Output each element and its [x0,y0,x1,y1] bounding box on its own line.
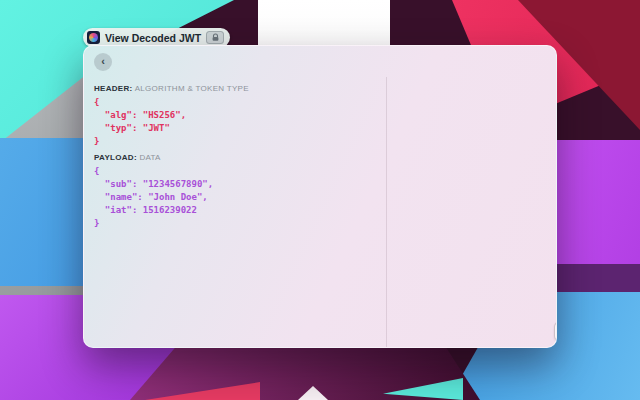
header-json-code: { "alg": "HS256", "typ": "JWT" } [94,96,376,148]
background-shape-blue-left [0,138,95,286]
payload-sublabel: DATA [139,153,160,162]
app-icon [87,31,100,44]
window-body: HEADER: ALGORITHM & TOKEN TYPE { "alg": … [84,77,556,348]
panel-divider [386,77,387,348]
pill-lock-badge[interactable] [206,31,224,44]
header-label: HEADER: [94,84,133,93]
copy-button-label: Copy PAYLOAD JSON [555,322,557,341]
decoded-jwt-window: ‹ HEADER: ALGORITHM & TOKEN TYPE { "alg"… [83,45,557,348]
back-button[interactable]: ‹ [94,53,112,71]
window-header: ‹ [84,46,556,77]
chevron-left-icon: ‹ [101,56,105,67]
payload-label: PAYLOAD: [94,153,137,162]
header-section-label: HEADER: ALGORITHM & TOKEN TYPE [94,84,376,93]
lock-icon [211,33,220,42]
payload-section-label: PAYLOAD: DATA [94,153,376,162]
payload-json-code: { "sub": "1234567890", "name": "John Doe… [94,165,376,230]
decoded-code-panel: HEADER: ALGORITHM & TOKEN TYPE { "alg": … [84,77,386,348]
screen: View Decoded JWT ‹ HEADER: ALGORITHM & T… [0,0,640,400]
copy-payload-json-button[interactable]: Copy PAYLOAD JSON >_ [554,321,557,342]
header-sublabel: ALGORITHM & TOKEN TYPE [135,84,249,93]
background-shape-purple-right [545,140,640,272]
pill-title: View Decoded JWT [105,32,201,44]
